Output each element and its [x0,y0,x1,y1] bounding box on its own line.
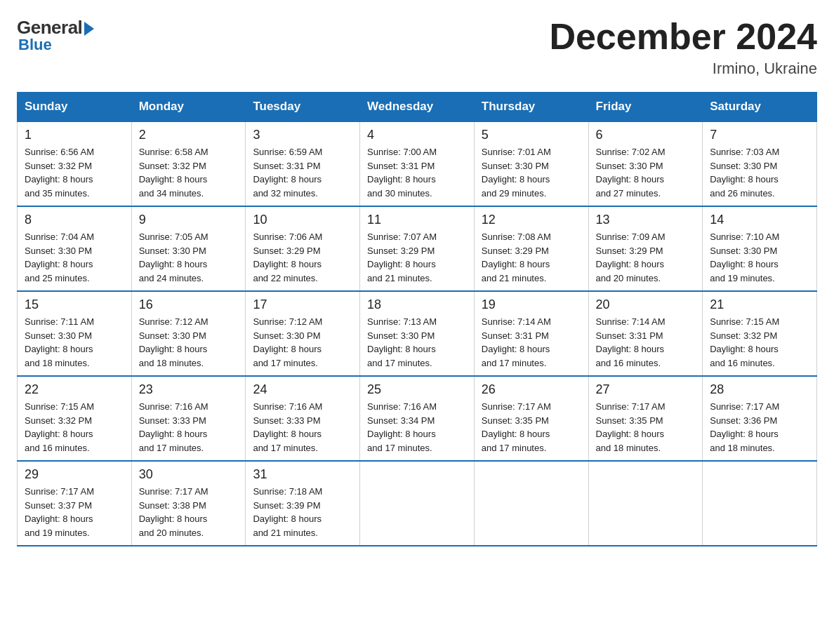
calendar-day-22: 22Sunrise: 7:15 AMSunset: 3:32 PMDayligh… [18,376,132,461]
day-info: Sunrise: 7:11 AMSunset: 3:30 PMDaylight:… [25,315,124,370]
calendar-day-9: 9Sunrise: 7:05 AMSunset: 3:30 PMDaylight… [131,206,246,291]
calendar-day-5: 5Sunrise: 7:01 AMSunset: 3:30 PMDaylight… [474,121,588,206]
calendar-day-27: 27Sunrise: 7:17 AMSunset: 3:35 PMDayligh… [588,376,703,461]
calendar-week-row: 15Sunrise: 7:11 AMSunset: 3:30 PMDayligh… [18,291,817,376]
day-info: Sunrise: 7:04 AMSunset: 3:30 PMDaylight:… [25,230,124,285]
calendar-day-24: 24Sunrise: 7:16 AMSunset: 3:33 PMDayligh… [246,376,360,461]
day-number: 12 [482,213,581,227]
day-info: Sunrise: 7:15 AMSunset: 3:32 PMDaylight:… [25,400,124,455]
day-number: 10 [253,213,352,227]
header-thursday: Thursday [474,93,588,122]
day-info: Sunrise: 7:12 AMSunset: 3:30 PMDaylight:… [253,315,352,370]
day-info: Sunrise: 7:01 AMSunset: 3:30 PMDaylight:… [482,145,581,200]
calendar-table: SundayMondayTuesdayWednesdayThursdayFrid… [17,92,817,546]
empty-day [703,461,817,546]
day-number: 19 [482,297,581,312]
calendar-day-25: 25Sunrise: 7:16 AMSunset: 3:34 PMDayligh… [360,376,475,461]
day-info: Sunrise: 7:07 AMSunset: 3:29 PMDaylight:… [367,230,467,285]
day-info: Sunrise: 7:16 AMSunset: 3:33 PMDaylight:… [139,400,239,455]
calendar-day-21: 21Sunrise: 7:15 AMSunset: 3:32 PMDayligh… [703,291,817,376]
title-block: December 2024 Irmino, Ukraine [549,17,817,78]
calendar-day-29: 29Sunrise: 7:17 AMSunset: 3:37 PMDayligh… [18,461,132,546]
day-info: Sunrise: 7:14 AMSunset: 3:31 PMDaylight:… [596,315,696,370]
empty-day [360,461,475,546]
day-number: 24 [253,382,352,397]
calendar-day-6: 6Sunrise: 7:02 AMSunset: 3:30 PMDaylight… [588,121,703,206]
header-sunday: Sunday [18,93,132,122]
calendar-day-1: 1Sunrise: 6:56 AMSunset: 3:32 PMDaylight… [18,121,132,206]
day-number: 8 [25,213,124,227]
calendar-day-15: 15Sunrise: 7:11 AMSunset: 3:30 PMDayligh… [18,291,132,376]
day-number: 28 [710,382,809,397]
day-info: Sunrise: 7:16 AMSunset: 3:34 PMDaylight:… [367,400,467,455]
calendar-day-13: 13Sunrise: 7:09 AMSunset: 3:29 PMDayligh… [588,206,703,291]
day-number: 22 [25,382,124,397]
day-number: 13 [596,213,696,227]
day-number: 31 [253,467,352,482]
calendar-day-2: 2Sunrise: 6:58 AMSunset: 3:32 PMDaylight… [131,121,246,206]
day-number: 3 [253,128,352,142]
day-info: Sunrise: 7:17 AMSunset: 3:35 PMDaylight:… [482,400,581,455]
day-number: 30 [139,467,239,482]
calendar-week-row: 8Sunrise: 7:04 AMSunset: 3:30 PMDaylight… [18,206,817,291]
calendar-day-4: 4Sunrise: 7:00 AMSunset: 3:31 PMDaylight… [360,121,475,206]
calendar-day-23: 23Sunrise: 7:16 AMSunset: 3:33 PMDayligh… [131,376,246,461]
day-info: Sunrise: 7:17 AMSunset: 3:35 PMDaylight:… [596,400,696,455]
location-label: Irmino, Ukraine [549,60,817,78]
day-number: 21 [710,297,809,312]
day-info: Sunrise: 7:15 AMSunset: 3:32 PMDaylight:… [710,315,809,370]
day-info: Sunrise: 7:17 AMSunset: 3:38 PMDaylight:… [139,485,239,539]
calendar-day-19: 19Sunrise: 7:14 AMSunset: 3:31 PMDayligh… [474,291,588,376]
day-number: 20 [596,297,696,312]
day-info: Sunrise: 6:58 AMSunset: 3:32 PMDaylight:… [139,145,239,200]
calendar-day-20: 20Sunrise: 7:14 AMSunset: 3:31 PMDayligh… [588,291,703,376]
empty-day [474,461,588,546]
header-friday: Friday [588,93,703,122]
day-number: 9 [139,213,239,227]
day-number: 17 [253,297,352,312]
day-info: Sunrise: 7:08 AMSunset: 3:29 PMDaylight:… [482,230,581,285]
day-number: 7 [710,128,809,142]
day-number: 14 [710,213,809,227]
page-header: General Blue December 2024 Irmino, Ukrai… [17,17,817,78]
day-info: Sunrise: 7:10 AMSunset: 3:30 PMDaylight:… [710,230,809,285]
day-info: Sunrise: 7:03 AMSunset: 3:30 PMDaylight:… [710,145,809,200]
empty-day [588,461,703,546]
day-info: Sunrise: 7:18 AMSunset: 3:39 PMDaylight:… [253,485,352,539]
logo: General Blue [17,17,94,54]
day-info: Sunrise: 7:06 AMSunset: 3:29 PMDaylight:… [253,230,352,285]
day-info: Sunrise: 7:16 AMSunset: 3:33 PMDaylight:… [253,400,352,455]
day-info: Sunrise: 6:59 AMSunset: 3:31 PMDaylight:… [253,145,352,200]
day-info: Sunrise: 7:09 AMSunset: 3:29 PMDaylight:… [596,230,696,285]
day-number: 23 [139,382,239,397]
header-tuesday: Tuesday [246,93,360,122]
day-number: 29 [25,467,124,482]
header-monday: Monday [131,93,246,122]
logo-blue-text: Blue [18,36,52,54]
day-number: 4 [367,128,467,142]
calendar-day-11: 11Sunrise: 7:07 AMSunset: 3:29 PMDayligh… [360,206,475,291]
calendar-week-row: 29Sunrise: 7:17 AMSunset: 3:37 PMDayligh… [18,461,817,546]
header-wednesday: Wednesday [360,93,475,122]
calendar-day-31: 31Sunrise: 7:18 AMSunset: 3:39 PMDayligh… [246,461,360,546]
day-number: 11 [367,213,467,227]
calendar-day-26: 26Sunrise: 7:17 AMSunset: 3:35 PMDayligh… [474,376,588,461]
day-number: 2 [139,128,239,142]
calendar-day-7: 7Sunrise: 7:03 AMSunset: 3:30 PMDaylight… [703,121,817,206]
calendar-day-12: 12Sunrise: 7:08 AMSunset: 3:29 PMDayligh… [474,206,588,291]
day-number: 1 [25,128,124,142]
logo-arrow-icon [84,22,94,36]
calendar-day-30: 30Sunrise: 7:17 AMSunset: 3:38 PMDayligh… [131,461,246,546]
day-number: 16 [139,297,239,312]
calendar-day-16: 16Sunrise: 7:12 AMSunset: 3:30 PMDayligh… [131,291,246,376]
calendar-day-3: 3Sunrise: 6:59 AMSunset: 3:31 PMDaylight… [246,121,360,206]
calendar-week-row: 22Sunrise: 7:15 AMSunset: 3:32 PMDayligh… [18,376,817,461]
calendar-day-14: 14Sunrise: 7:10 AMSunset: 3:30 PMDayligh… [703,206,817,291]
day-info: Sunrise: 7:17 AMSunset: 3:37 PMDaylight:… [25,485,124,539]
day-info: Sunrise: 7:14 AMSunset: 3:31 PMDaylight:… [482,315,581,370]
day-info: Sunrise: 7:05 AMSunset: 3:30 PMDaylight:… [139,230,239,285]
calendar-day-17: 17Sunrise: 7:12 AMSunset: 3:30 PMDayligh… [246,291,360,376]
month-year-title: December 2024 [549,17,817,57]
day-info: Sunrise: 6:56 AMSunset: 3:32 PMDaylight:… [25,145,124,200]
calendar-header-row: SundayMondayTuesdayWednesdayThursdayFrid… [18,93,817,122]
